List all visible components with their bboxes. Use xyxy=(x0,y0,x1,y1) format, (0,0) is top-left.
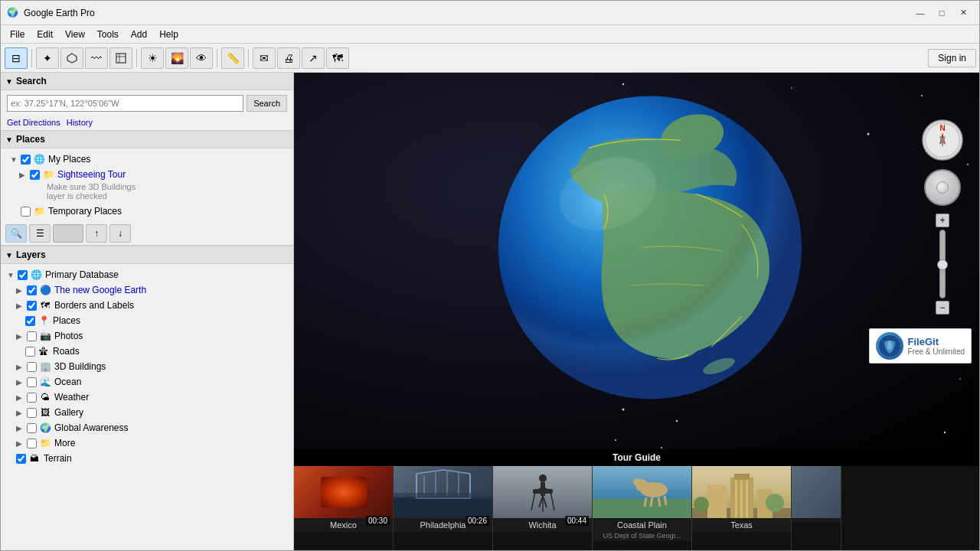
print-button[interactable]: 🖨 xyxy=(277,47,300,69)
new-ge-checkbox[interactable] xyxy=(27,285,37,295)
globe-visual-container[interactable] xyxy=(489,94,811,403)
look-joystick[interactable] xyxy=(924,169,961,206)
sun-button[interactable]: ☀ xyxy=(141,47,164,69)
tour-thumb-extra[interactable] xyxy=(792,466,841,550)
email-button[interactable]: ✉ xyxy=(253,47,276,69)
primary-db-expand-icon: ▼ xyxy=(7,271,16,279)
sightseeing-checkbox[interactable] xyxy=(30,170,40,180)
places-down-button[interactable]: ↓ xyxy=(109,224,131,243)
toolbar-separator-1 xyxy=(31,49,32,67)
gallery-checkbox[interactable] xyxy=(27,408,37,418)
places-header[interactable]: ▼ Places xyxy=(1,131,293,148)
menu-help[interactable]: Help xyxy=(153,28,185,41)
layer-places-checkbox[interactable] xyxy=(25,316,35,326)
map-area[interactable]: N + xyxy=(294,73,979,550)
history-link[interactable]: History xyxy=(67,118,93,127)
weather-checkbox[interactable] xyxy=(27,393,37,403)
menu-file[interactable]: File xyxy=(4,28,31,41)
photo-tour-button[interactable]: 🌄 xyxy=(165,47,188,69)
sightseeing-tour-link[interactable]: Sightseeing Tour xyxy=(57,169,126,180)
places-search-button[interactable]: 🔍 xyxy=(5,224,27,243)
layers-header[interactable]: ▼ Layers xyxy=(1,246,293,264)
temp-checkbox[interactable] xyxy=(21,207,31,217)
overlay-button[interactable] xyxy=(109,47,132,69)
tour-thumb-texas[interactable]: Texas xyxy=(692,466,792,550)
svg-point-25 xyxy=(498,96,802,399)
sidebar-toggle-button[interactable]: ⊟ xyxy=(5,47,28,69)
primary-db-checkbox[interactable] xyxy=(18,270,28,280)
layer-borders[interactable]: ▶ 🗺 Borders and Labels xyxy=(1,298,293,313)
tour-thumb-coastal-plain[interactable]: Coastal Plain US Dept of State Geogr... xyxy=(593,466,692,550)
places-sightseeing-item[interactable]: ▶ 📁 Sightseeing Tour xyxy=(1,167,293,182)
menu-tools[interactable]: Tools xyxy=(91,28,125,41)
svg-line-49 xyxy=(550,491,554,510)
layer-weather[interactable]: ▶ 🌤 Weather xyxy=(1,390,293,405)
layer-more[interactable]: ▶ 📁 More xyxy=(1,435,293,451)
layer-photos[interactable]: ▶ 📷 Photos xyxy=(1,328,293,344)
globe-svg[interactable] xyxy=(489,94,811,400)
layer-terrain[interactable]: 🏔 Terrain xyxy=(1,451,293,466)
my-places-label: My Places xyxy=(48,154,90,165)
tour-thumb-wichita[interactable]: 00:44 Wichita xyxy=(493,466,593,550)
globe-container[interactable]: N + xyxy=(294,73,979,449)
roads-checkbox[interactable] xyxy=(25,347,35,357)
places-text-field[interactable] xyxy=(53,224,83,243)
more-checkbox[interactable] xyxy=(27,439,37,448)
layer-new-google-earth[interactable]: ▶ 🔵 The new Google Earth xyxy=(1,282,293,298)
layer-gallery[interactable]: ▶ 🖼 Gallery xyxy=(1,405,293,420)
map-type-button[interactable]: 🗺 xyxy=(326,47,349,69)
layer-primary-db[interactable]: ▼ 🌐 Primary Database xyxy=(1,267,293,282)
add-placemark-button[interactable]: ✦ xyxy=(36,47,59,69)
places-temporary-item[interactable]: 📁 Temporary Places xyxy=(1,204,293,219)
zoom-in-button[interactable]: + xyxy=(936,214,949,227)
add-path-button[interactable]: 〰 xyxy=(85,47,108,69)
mexico-time: 00:30 xyxy=(366,516,390,526)
compass-svg[interactable]: N xyxy=(921,119,964,161)
photos-label: Photos xyxy=(54,331,83,341)
menu-view[interactable]: View xyxy=(59,28,91,41)
svg-point-14 xyxy=(676,420,678,422)
street-view-button[interactable]: 👁 xyxy=(190,47,213,69)
search-button[interactable]: Search xyxy=(247,95,287,112)
zoom-track[interactable] xyxy=(939,230,946,298)
layer-3d-buildings[interactable]: ▶ 🏢 3D Buildings xyxy=(1,359,293,374)
search-input[interactable] xyxy=(7,95,243,112)
buildings-checkbox[interactable] xyxy=(27,362,37,372)
global-awareness-checkbox[interactable] xyxy=(27,423,37,433)
photos-checkbox[interactable] xyxy=(27,331,37,341)
maximize-button[interactable]: □ xyxy=(932,5,952,21)
coastal-plain-label: Coastal Plain xyxy=(593,518,691,532)
get-directions-link[interactable]: Get Directions xyxy=(7,118,60,127)
extra-label xyxy=(792,518,841,523)
layer-global-awareness[interactable]: ▶ 🌍 Global Awareness xyxy=(1,420,293,435)
new-google-earth-link[interactable]: The new Google Earth xyxy=(54,285,146,295)
tour-thumb-philadelphia[interactable]: 00:26 Philadelphia xyxy=(394,466,493,550)
zoom-out-button[interactable]: − xyxy=(936,301,949,315)
compass-container[interactable]: N xyxy=(921,119,964,161)
ruler-button[interactable]: 📏 xyxy=(221,47,244,69)
share-button[interactable]: ↗ xyxy=(302,47,325,69)
app-title: Google Earth Pro xyxy=(24,8,910,18)
zoom-thumb[interactable] xyxy=(937,259,948,270)
my-places-checkbox[interactable] xyxy=(21,155,31,165)
menu-edit[interactable]: Edit xyxy=(31,28,59,41)
minimize-button[interactable]: — xyxy=(910,5,930,21)
layer-roads[interactable]: 🛣 Roads xyxy=(1,344,293,359)
menu-add[interactable]: Add xyxy=(125,28,153,41)
places-up-button[interactable]: ↑ xyxy=(86,224,107,243)
ocean-checkbox[interactable] xyxy=(27,377,37,387)
close-button[interactable]: ✕ xyxy=(953,5,973,21)
tour-thumb-mexico[interactable]: 00:30 Mexico xyxy=(294,466,394,550)
search-header[interactable]: ▼ Search xyxy=(1,73,293,90)
places-my-places-item[interactable]: ▼ 🌐 My Places xyxy=(1,152,293,167)
places-list-button[interactable]: ☰ xyxy=(29,224,51,243)
joystick-center xyxy=(936,181,949,194)
layer-ocean[interactable]: ▶ 🌊 Ocean xyxy=(1,374,293,390)
signin-button[interactable]: Sign in xyxy=(928,49,976,67)
terrain-checkbox[interactable] xyxy=(16,454,26,464)
layer-places[interactable]: 📍 Places xyxy=(1,313,293,328)
svg-point-11 xyxy=(967,164,969,165)
add-polygon-button[interactable] xyxy=(60,47,83,69)
places-section-label: Places xyxy=(16,134,45,145)
borders-checkbox[interactable] xyxy=(27,301,37,311)
